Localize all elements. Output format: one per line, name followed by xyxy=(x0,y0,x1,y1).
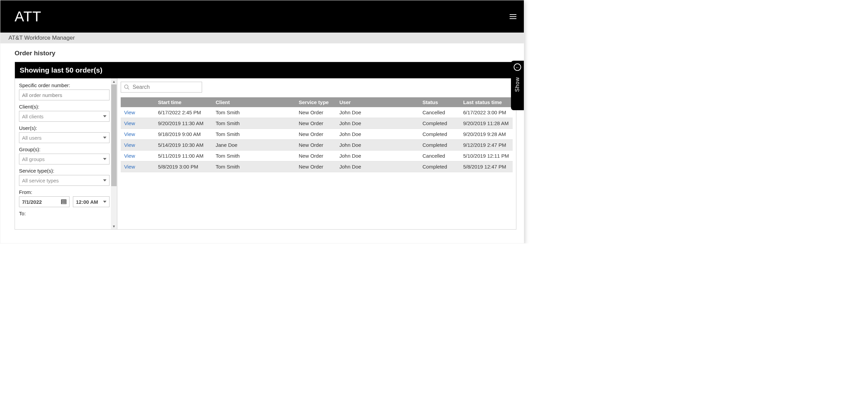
table-row: View6/17/2022 2:45 PMTom SmithNew OrderJ… xyxy=(121,107,513,118)
cell-client: Tom Smith xyxy=(212,161,295,172)
cell-start-time: 5/11/2019 11:00 AM xyxy=(155,151,212,161)
from-date-value: 7/1/2022 xyxy=(22,199,42,205)
cell-last-status-time: 6/17/2022 3:00 PM xyxy=(460,107,513,118)
clients-select-value: All clients xyxy=(22,114,43,119)
chevron-down-icon xyxy=(103,201,106,203)
col-client[interactable]: Client xyxy=(212,97,295,107)
cell-status: Cancelled xyxy=(419,151,460,161)
main-content: Start time Client Service type User Stat… xyxy=(117,78,516,229)
cell-start-time: 9/20/2019 11:30 AM xyxy=(155,118,212,129)
filter-label-from: From: xyxy=(19,189,110,195)
orders-table: Start time Client Service type User Stat… xyxy=(121,97,513,172)
groups-select[interactable]: All groups xyxy=(19,154,110,164)
cell-service-type: New Order xyxy=(295,129,336,140)
sidebar-scrollbar[interactable]: ▲ ▼ xyxy=(111,78,117,229)
cell-client: Tom Smith xyxy=(212,151,295,161)
view-link[interactable]: View xyxy=(124,131,135,137)
svg-line-1 xyxy=(127,88,129,90)
panel-title: Showing last 50 order(s) xyxy=(15,62,516,78)
filter-label-clients: Client(s): xyxy=(19,104,110,110)
table-header-row: Start time Client Service type User Stat… xyxy=(121,97,513,107)
cell-start-time: 6/17/2022 2:45 PM xyxy=(155,107,212,118)
cell-service-type: New Order xyxy=(295,151,336,161)
cell-status: Completed xyxy=(419,140,460,151)
cell-last-status-time: 9/12/2019 2:47 PM xyxy=(460,140,513,151)
cell-user: John Doe xyxy=(336,118,419,129)
filter-label-to: To: xyxy=(19,211,110,216)
service-types-select[interactable]: All service types xyxy=(19,175,110,186)
table-row: View5/14/2019 10:30 AMJane DoeNew OrderJ… xyxy=(121,140,513,151)
arrow-left-icon: ← xyxy=(514,63,521,71)
page-title: Order history xyxy=(15,50,516,57)
search-input[interactable] xyxy=(133,84,200,90)
cell-status: Cancelled xyxy=(419,107,460,118)
order-number-input[interactable] xyxy=(19,90,110,100)
chevron-down-icon xyxy=(103,137,106,139)
cell-user: John Doe xyxy=(336,129,419,140)
view-link[interactable]: View xyxy=(124,120,135,126)
service-types-select-value: All service types xyxy=(22,178,59,183)
chevron-down-icon xyxy=(103,179,106,181)
cell-start-time: 5/14/2019 10:30 AM xyxy=(155,140,212,151)
users-select-value: All users xyxy=(22,135,42,141)
filter-label-service-types: Service type(s): xyxy=(19,168,110,174)
scroll-thumb[interactable] xyxy=(111,84,117,186)
table-row: View9/20/2019 11:30 AMTom SmithNew Order… xyxy=(121,118,513,129)
from-time-input[interactable]: 12:00 AM xyxy=(73,196,110,207)
chevron-down-icon xyxy=(103,158,106,160)
col-service-type[interactable]: Service type xyxy=(295,97,336,107)
clients-select[interactable]: All clients xyxy=(19,111,110,122)
chevron-down-icon xyxy=(103,115,106,117)
table-row: View5/11/2019 11:00 AMTom SmithNew Order… xyxy=(121,151,513,161)
cell-status: Completed xyxy=(419,161,460,172)
top-bar: ATT xyxy=(0,0,524,33)
col-view xyxy=(121,97,155,107)
app-subtitle: AT&T Workforce Manager xyxy=(0,33,524,43)
cell-service-type: New Order xyxy=(295,107,336,118)
table-row: View9/18/2019 9:00 AMTom SmithNew OrderJ… xyxy=(121,129,513,140)
cell-last-status-time: 9/20/2019 11:28 AM xyxy=(460,118,513,129)
menu-icon[interactable] xyxy=(510,14,516,19)
filter-label-users: User(s): xyxy=(19,125,110,131)
svg-point-0 xyxy=(124,85,128,88)
table-row: View5/8/2019 3:00 PMTom SmithNew OrderJo… xyxy=(121,161,513,172)
groups-select-value: All groups xyxy=(22,156,45,162)
cell-user: John Doe xyxy=(336,107,419,118)
col-start-time[interactable]: Start time xyxy=(155,97,212,107)
filter-sidebar: Specific order number: Client(s): All cl… xyxy=(15,78,117,229)
from-date-input[interactable]: 7/1/2022 xyxy=(19,196,70,207)
col-status[interactable]: Status xyxy=(419,97,460,107)
calendar-icon xyxy=(61,199,66,204)
cell-client: Jane Doe xyxy=(212,140,295,151)
cell-client: Tom Smith xyxy=(212,107,295,118)
filter-label-groups: Group(s): xyxy=(19,146,110,152)
cell-status: Completed xyxy=(419,118,460,129)
cell-last-status-time: 9/20/2019 9:28 AM xyxy=(460,129,513,140)
show-panel-tab[interactable]: ← Show xyxy=(511,61,524,110)
from-time-value: 12:00 AM xyxy=(76,199,98,205)
filter-label-order-number: Specific order number: xyxy=(19,82,110,88)
cell-last-status-time: 5/10/2019 12:11 PM xyxy=(460,151,513,161)
cell-service-type: New Order xyxy=(295,161,336,172)
cell-service-type: New Order xyxy=(295,140,336,151)
view-link[interactable]: View xyxy=(124,153,135,159)
search-box[interactable] xyxy=(121,82,202,93)
view-link[interactable]: View xyxy=(124,142,135,148)
cell-user: John Doe xyxy=(336,161,419,172)
cell-client: Tom Smith xyxy=(212,118,295,129)
scroll-down-icon[interactable]: ▼ xyxy=(111,223,117,229)
cell-user: John Doe xyxy=(336,140,419,151)
cell-start-time: 9/18/2019 9:00 AM xyxy=(155,129,212,140)
cell-last-status-time: 5/8/2019 12:47 PM xyxy=(460,161,513,172)
show-tab-label: Show xyxy=(514,77,520,92)
col-user[interactable]: User xyxy=(336,97,419,107)
cell-client: Tom Smith xyxy=(212,129,295,140)
scroll-up-icon[interactable]: ▲ xyxy=(111,78,117,84)
users-select[interactable]: All users xyxy=(19,132,110,143)
view-link[interactable]: View xyxy=(124,164,135,170)
cell-service-type: New Order xyxy=(295,118,336,129)
col-last-status[interactable]: Last status time xyxy=(460,97,513,107)
search-icon xyxy=(124,84,130,90)
view-link[interactable]: View xyxy=(124,110,135,115)
cell-user: John Doe xyxy=(336,151,419,161)
